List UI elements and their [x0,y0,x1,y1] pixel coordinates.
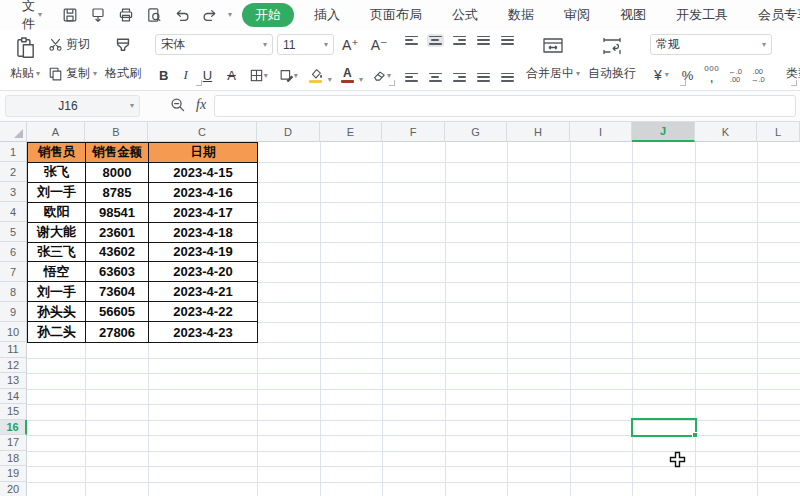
row-header-16[interactable]: 16 [0,420,27,436]
row-header-11[interactable]: 11 [0,342,27,358]
table-cell[interactable]: 2023-4-17 [149,203,257,223]
wrap-text-button[interactable]: 自动换行 [584,34,640,84]
table-cell[interactable]: 孙头头 [28,302,86,322]
table-cell[interactable]: 2023-4-18 [149,223,257,243]
paste-button[interactable]: 粘贴▾ [6,34,44,84]
merge-center-button[interactable]: 合并居中▾ [522,34,584,84]
formula-input[interactable] [214,95,796,117]
table-cell[interactable]: 2023-4-20 [149,262,257,282]
table-cell[interactable]: 谢大能 [28,223,86,243]
row-header-6[interactable]: 6 [0,242,27,262]
table-header-cell[interactable]: 销售金额 [86,143,149,163]
table-cell[interactable]: 刘一手 [28,282,86,302]
currency-format-button[interactable]: ¥ ▾ [652,66,671,84]
increase-font-button[interactable]: A⁺ [338,36,363,54]
table-cell[interactable]: 98541 [86,203,149,223]
strikethrough-button[interactable]: A [223,67,240,84]
qat-more-icon[interactable]: ▾ [228,11,232,19]
decrease-decimal-button[interactable]: .00 →.0 [751,68,765,84]
align-left-button[interactable] [403,71,420,84]
align-center-button[interactable] [427,71,444,84]
italic-button[interactable]: I [179,66,191,84]
table-cell[interactable]: 2023-4-22 [149,302,257,322]
print-preview-icon[interactable] [144,5,164,25]
row-header-2[interactable]: 2 [0,162,27,182]
row-header-9[interactable]: 9 [0,302,27,322]
font-name-select[interactable]: 宋体 ▾ [155,34,273,55]
table-cell[interactable]: 56605 [86,302,149,322]
decrease-font-button[interactable]: A⁻ [367,36,392,54]
column-header-F[interactable]: F [382,122,445,142]
fill-handle[interactable] [692,432,698,438]
row-header-13[interactable]: 13 [0,373,27,389]
tab-5[interactable]: 审阅 [554,3,600,27]
align-top-button[interactable] [403,34,420,47]
row-header-7[interactable]: 7 [0,262,27,282]
zoom-formula-icon[interactable] [170,97,186,113]
spreadsheet-grid[interactable]: ABCDEFGHIJKL1234567891011121314151617181… [0,122,800,496]
table-cell[interactable]: 2023-4-19 [149,243,257,263]
table-cell[interactable]: 27806 [86,322,149,342]
cut-button[interactable]: 剪切 [46,35,99,54]
table-cell[interactable]: 63603 [86,262,149,282]
row-header-18[interactable]: 18 [0,451,27,467]
table-cell[interactable]: 孙二头 [28,322,86,342]
column-header-B[interactable]: B [85,122,148,142]
row-header-8[interactable]: 8 [0,282,27,302]
row-header-3[interactable]: 3 [0,182,27,202]
table-cell[interactable]: 2023-4-15 [149,163,257,183]
table-cell[interactable]: 2023-4-23 [149,322,257,342]
format-painter-button[interactable]: 格式刷 [101,34,145,84]
column-header-I[interactable]: I [570,122,632,142]
tab-3[interactable]: 公式 [442,3,488,27]
distributed-button[interactable] [499,71,516,84]
row-header-4[interactable]: 4 [0,202,27,222]
copy-button[interactable]: 复制 ▾ [46,64,99,83]
borders-button[interactable]: ▾ [247,67,270,84]
row-header-14[interactable]: 14 [0,389,27,405]
bold-button[interactable]: B [155,67,172,84]
font-color-button[interactable]: A [339,66,356,84]
table-cell[interactable]: 8785 [86,183,149,203]
thousands-format-button[interactable]: 000 , [704,65,719,84]
group-launcher-icon[interactable] [680,80,686,86]
tab-8[interactable]: 会员专享 [748,3,800,27]
fill-color-button[interactable] [307,67,325,84]
table-cell[interactable]: 悟空 [28,262,86,282]
column-header-E[interactable]: E [320,122,382,142]
column-header-D[interactable]: D [257,122,320,142]
row-header-20[interactable]: 20 [0,482,27,496]
tab-6[interactable]: 视图 [610,3,656,27]
increase-decimal-button[interactable]: ←.0 .00 [728,68,742,84]
tab-home[interactable]: 开始 [242,3,294,27]
align-bottom-button[interactable] [451,34,468,47]
table-cell[interactable]: 2023-4-16 [149,183,257,203]
row-header-19[interactable]: 19 [0,466,27,482]
table-cell[interactable]: 刘一手 [28,183,86,203]
column-header-A[interactable]: A [27,122,85,142]
undo-icon[interactable] [172,5,192,25]
draw-border-button[interactable]: ▾ [277,67,300,84]
justify-button[interactable] [475,71,492,84]
table-cell[interactable]: 2023-4-21 [149,282,257,302]
tab-4[interactable]: 数据 [498,3,544,27]
number-format-select[interactable]: 常规 ▾ [650,34,772,55]
table-header-cell[interactable]: 销售员 [28,143,86,163]
row-header-15[interactable]: 15 [0,404,27,420]
table-cell[interactable]: 张飞 [28,163,86,183]
save-icon[interactable] [60,5,80,25]
table-cell[interactable]: 43602 [86,243,149,263]
tab-7[interactable]: 开发工具 [666,3,738,27]
table-cell[interactable]: 欧阳 [28,203,86,223]
select-all-corner[interactable] [0,122,27,142]
row-header-1[interactable]: 1 [0,142,27,162]
table-header-cell[interactable]: 日期 [149,143,257,163]
column-header-K[interactable]: K [695,122,757,142]
row-header-10[interactable]: 10 [0,322,27,342]
group-launcher-icon[interactable] [196,80,202,86]
column-header-L[interactable]: L [757,122,800,142]
align-middle-button[interactable] [427,34,444,47]
table-cell[interactable]: 张三飞 [28,243,86,263]
row-header-5[interactable]: 5 [0,222,27,242]
row-header-17[interactable]: 17 [0,435,27,451]
